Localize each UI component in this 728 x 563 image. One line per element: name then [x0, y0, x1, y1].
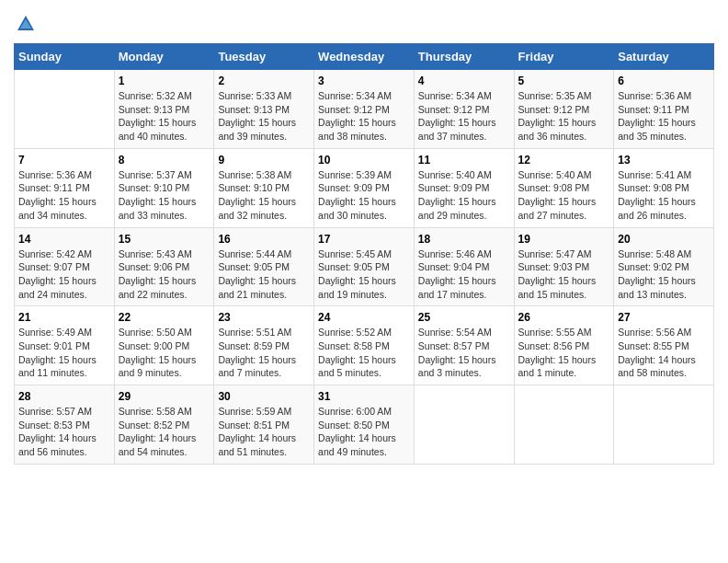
- day-number: 7: [18, 154, 110, 167]
- day-number: 31: [318, 390, 410, 403]
- header-friday: Friday: [514, 44, 614, 70]
- calendar-cell: 31Sunrise: 6:00 AM Sunset: 8:50 PM Dayli…: [314, 385, 415, 465]
- day-number: 6: [618, 75, 710, 87]
- day-info: Sunrise: 5:40 AM Sunset: 9:09 PM Dayligh…: [418, 168, 510, 223]
- day-number: 24: [318, 311, 410, 324]
- calendar-cell: [15, 70, 115, 149]
- day-number: 16: [218, 233, 310, 246]
- day-number: 21: [18, 311, 110, 324]
- day-info: Sunrise: 5:33 AM Sunset: 9:13 PM Dayligh…: [218, 89, 310, 144]
- week-row-5: 28Sunrise: 5:57 AM Sunset: 8:53 PM Dayli…: [15, 385, 714, 465]
- day-number: 17: [318, 233, 410, 246]
- day-info: Sunrise: 5:47 AM Sunset: 9:03 PM Dayligh…: [518, 247, 610, 302]
- calendar-cell: 23Sunrise: 5:51 AM Sunset: 8:59 PM Dayli…: [214, 306, 314, 385]
- day-number: 26: [518, 311, 610, 324]
- calendar-cell: 19Sunrise: 5:47 AM Sunset: 9:03 PM Dayli…: [514, 227, 614, 306]
- calendar-cell: [614, 385, 714, 465]
- day-number: 19: [518, 233, 610, 246]
- calendar-cell: 12Sunrise: 5:40 AM Sunset: 9:08 PM Dayli…: [514, 148, 614, 227]
- calendar-cell: [514, 385, 614, 465]
- day-number: 4: [418, 75, 510, 87]
- calendar-cell: 11Sunrise: 5:40 AM Sunset: 9:09 PM Dayli…: [414, 148, 514, 227]
- day-info: Sunrise: 5:35 AM Sunset: 9:12 PM Dayligh…: [518, 89, 610, 144]
- day-info: Sunrise: 5:50 AM Sunset: 9:00 PM Dayligh…: [119, 326, 210, 380]
- calendar-cell: 5Sunrise: 5:35 AM Sunset: 9:12 PM Daylig…: [514, 70, 614, 149]
- day-info: Sunrise: 5:44 AM Sunset: 9:05 PM Dayligh…: [218, 247, 310, 302]
- day-info: Sunrise: 5:45 AM Sunset: 9:05 PM Dayligh…: [318, 247, 410, 302]
- day-info: Sunrise: 5:48 AM Sunset: 9:02 PM Dayligh…: [618, 247, 710, 302]
- calendar-cell: 16Sunrise: 5:44 AM Sunset: 9:05 PM Dayli…: [214, 227, 314, 306]
- day-info: Sunrise: 5:32 AM Sunset: 9:13 PM Dayligh…: [119, 89, 210, 144]
- day-info: Sunrise: 5:41 AM Sunset: 9:08 PM Dayligh…: [618, 168, 710, 223]
- page-header: [14, 14, 714, 34]
- day-number: 12: [518, 154, 610, 167]
- calendar-cell: 18Sunrise: 5:46 AM Sunset: 9:04 PM Dayli…: [414, 227, 514, 306]
- day-info: Sunrise: 5:58 AM Sunset: 8:52 PM Dayligh…: [119, 405, 210, 459]
- header-thursday: Thursday: [414, 44, 514, 70]
- week-row-4: 21Sunrise: 5:49 AM Sunset: 9:01 PM Dayli…: [15, 306, 714, 385]
- calendar-cell: 27Sunrise: 5:56 AM Sunset: 8:55 PM Dayli…: [614, 306, 714, 385]
- day-info: Sunrise: 5:54 AM Sunset: 8:57 PM Dayligh…: [418, 326, 510, 380]
- calendar-cell: 29Sunrise: 5:58 AM Sunset: 8:52 PM Dayli…: [114, 385, 214, 465]
- day-info: Sunrise: 5:52 AM Sunset: 8:58 PM Dayligh…: [318, 326, 410, 380]
- day-number: 2: [218, 75, 310, 87]
- calendar-cell: 14Sunrise: 5:42 AM Sunset: 9:07 PM Dayli…: [15, 227, 115, 306]
- day-number: 29: [119, 390, 210, 403]
- header-saturday: Saturday: [614, 44, 714, 70]
- calendar-cell: 20Sunrise: 5:48 AM Sunset: 9:02 PM Dayli…: [614, 227, 714, 306]
- calendar-cell: 25Sunrise: 5:54 AM Sunset: 8:57 PM Dayli…: [414, 306, 514, 385]
- calendar-cell: 30Sunrise: 5:59 AM Sunset: 8:51 PM Dayli…: [214, 385, 314, 465]
- day-info: Sunrise: 5:55 AM Sunset: 8:56 PM Dayligh…: [518, 326, 610, 380]
- day-info: Sunrise: 5:37 AM Sunset: 9:10 PM Dayligh…: [119, 168, 210, 223]
- day-info: Sunrise: 5:49 AM Sunset: 9:01 PM Dayligh…: [18, 326, 110, 380]
- day-number: 9: [218, 154, 310, 167]
- day-info: Sunrise: 5:40 AM Sunset: 9:08 PM Dayligh…: [518, 168, 610, 223]
- logo: [14, 14, 36, 34]
- day-info: Sunrise: 5:42 AM Sunset: 9:07 PM Dayligh…: [18, 247, 110, 302]
- logo-icon: [16, 14, 36, 34]
- day-number: 15: [119, 233, 210, 246]
- calendar-cell: 1Sunrise: 5:32 AM Sunset: 9:13 PM Daylig…: [114, 70, 214, 149]
- calendar-cell: [414, 385, 514, 465]
- day-info: Sunrise: 5:34 AM Sunset: 9:12 PM Dayligh…: [418, 89, 510, 144]
- day-info: Sunrise: 5:39 AM Sunset: 9:09 PM Dayligh…: [318, 168, 410, 223]
- day-number: 18: [418, 233, 510, 246]
- calendar-cell: 15Sunrise: 5:43 AM Sunset: 9:06 PM Dayli…: [114, 227, 214, 306]
- day-info: Sunrise: 5:38 AM Sunset: 9:10 PM Dayligh…: [218, 168, 310, 223]
- day-number: 5: [518, 75, 610, 87]
- day-number: 8: [119, 154, 210, 167]
- day-info: Sunrise: 5:46 AM Sunset: 9:04 PM Dayligh…: [418, 247, 510, 302]
- week-row-3: 14Sunrise: 5:42 AM Sunset: 9:07 PM Dayli…: [15, 227, 714, 306]
- day-number: 22: [119, 311, 210, 324]
- calendar-header: SundayMondayTuesdayWednesdayThursdayFrid…: [15, 44, 714, 70]
- day-number: 27: [618, 311, 710, 324]
- calendar-cell: 24Sunrise: 5:52 AM Sunset: 8:58 PM Dayli…: [314, 306, 415, 385]
- calendar-cell: 17Sunrise: 5:45 AM Sunset: 9:05 PM Dayli…: [314, 227, 415, 306]
- calendar-table: SundayMondayTuesdayWednesdayThursdayFrid…: [14, 43, 714, 465]
- day-number: 30: [218, 390, 310, 403]
- day-number: 20: [618, 233, 710, 246]
- day-info: Sunrise: 6:00 AM Sunset: 8:50 PM Dayligh…: [318, 405, 410, 459]
- header-tuesday: Tuesday: [214, 44, 314, 70]
- day-info: Sunrise: 5:43 AM Sunset: 9:06 PM Dayligh…: [119, 247, 210, 302]
- header-wednesday: Wednesday: [314, 44, 415, 70]
- day-number: 28: [18, 390, 110, 403]
- week-row-2: 7Sunrise: 5:36 AM Sunset: 9:11 PM Daylig…: [15, 148, 714, 227]
- calendar-cell: 7Sunrise: 5:36 AM Sunset: 9:11 PM Daylig…: [15, 148, 115, 227]
- calendar-cell: 2Sunrise: 5:33 AM Sunset: 9:13 PM Daylig…: [214, 70, 314, 149]
- calendar-body: 1Sunrise: 5:32 AM Sunset: 9:13 PM Daylig…: [15, 70, 714, 465]
- header-monday: Monday: [114, 44, 214, 70]
- calendar-cell: 28Sunrise: 5:57 AM Sunset: 8:53 PM Dayli…: [15, 385, 115, 465]
- day-info: Sunrise: 5:57 AM Sunset: 8:53 PM Dayligh…: [18, 405, 110, 459]
- day-info: Sunrise: 5:59 AM Sunset: 8:51 PM Dayligh…: [218, 405, 310, 459]
- calendar-cell: 4Sunrise: 5:34 AM Sunset: 9:12 PM Daylig…: [414, 70, 514, 149]
- calendar-cell: 13Sunrise: 5:41 AM Sunset: 9:08 PM Dayli…: [614, 148, 714, 227]
- day-info: Sunrise: 5:34 AM Sunset: 9:12 PM Dayligh…: [318, 89, 410, 144]
- calendar-cell: 21Sunrise: 5:49 AM Sunset: 9:01 PM Dayli…: [15, 306, 115, 385]
- day-info: Sunrise: 5:36 AM Sunset: 9:11 PM Dayligh…: [18, 168, 110, 223]
- day-number: 11: [418, 154, 510, 167]
- day-info: Sunrise: 5:36 AM Sunset: 9:11 PM Dayligh…: [618, 89, 710, 144]
- day-number: 3: [318, 75, 410, 87]
- day-number: 10: [318, 154, 410, 167]
- day-info: Sunrise: 5:51 AM Sunset: 8:59 PM Dayligh…: [218, 326, 310, 380]
